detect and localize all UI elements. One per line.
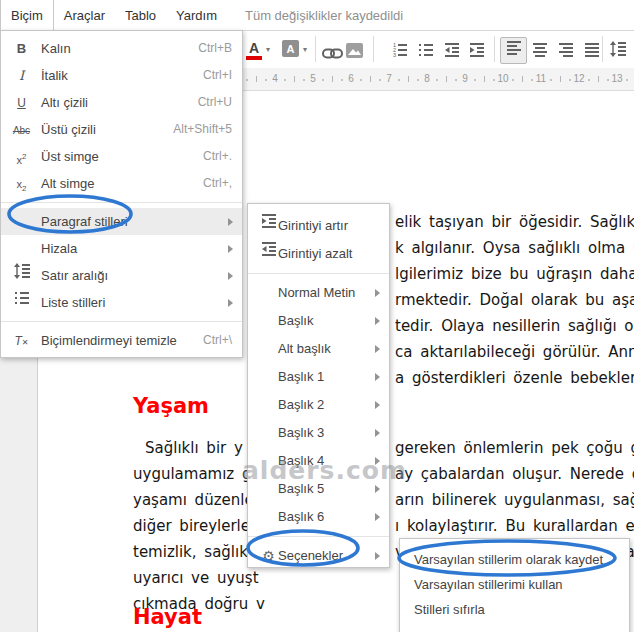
menu-item-label: Varsayılan stillerimi kullan [414,572,563,597]
document-text-line: tedir. Olaya nesillerin sağlığı olarak [395,317,634,336]
menu-item-girintiyi-artir[interactable]: Girintiyi artır [248,212,389,240]
menu-separator [248,536,389,537]
align-right-button[interactable] [558,42,574,63]
menu-item-stilleri-sifirla[interactable]: Stilleri sıfırla [400,597,629,622]
align-left-button[interactable] [500,37,527,64]
ruler-tick [294,76,295,82]
text-color-button[interactable]: A [246,39,262,60]
menu-item-hizala[interactable]: Hizala [1,235,242,262]
menu-item-ust-simge[interactable]: x2Üst simgeCtrl+. [1,143,242,170]
menu-item-liste-stilleri[interactable]: Liste stilleri [1,289,242,316]
menu-item-baslik-1[interactable]: Başlık 1 [248,363,389,391]
menu-item-label: Hizala [41,235,77,262]
ruler-number: 7 [386,73,392,84]
clear-format-icon: T✕ [8,327,35,356]
justify-button[interactable] [584,42,600,63]
menu-item-italik[interactable]: IİtalikCtrl+I [1,62,242,89]
ruler-dot [341,79,343,81]
menubar-item-tablo[interactable]: Tablo [115,0,166,30]
indent-increase-button-icon [469,45,485,62]
menu-shortcut: Ctrl+. [203,143,232,170]
menu-item-varsayilan-kaydet[interactable]: Varsayılan stillerim olarak kaydet [400,547,629,572]
ruler-dot [550,79,552,81]
ruler-dot [417,79,419,81]
ruler-dot [455,79,457,81]
watermark: alders.com [242,456,407,485]
toolbar-separator [602,36,603,62]
italic-icon: I [8,62,35,89]
menu-item-alt-baslik[interactable]: Alt başlık [248,335,389,363]
document-heading-hayat: Hayat [133,605,202,629]
align-center-button[interactable] [532,42,548,63]
menu-item-bicimlendirmeyi-temizle[interactable]: T✕Biçimlendirmeyi temizleCtrl+\ [1,327,242,354]
submenu-arrow-icon [375,485,380,493]
bulleted-list-button-icon [418,45,434,62]
menu-item-paragraf-stilleri[interactable]: Paragraf stilleri [1,208,242,235]
line-spacing-icon [8,262,35,289]
ruler-tick [446,76,447,82]
indent-decrease-button[interactable] [444,42,460,63]
menu-item-baslik-3[interactable]: Başlık 3 [248,419,389,447]
ruler-dot [512,79,514,81]
document-text-line: k algılanır. Oysa sağlıklı olma uğrund [395,239,634,258]
ruler-dot [436,79,438,81]
save-status-text: Tüm değişiklikler kaydedildi [245,8,403,23]
menu-item-secenekler[interactable]: ⚙Seçenekler [248,542,389,570]
menu-shortcut: Ctrl+I [203,62,232,89]
submenu-arrow-icon [228,245,233,253]
align-left-icon [506,40,522,61]
ruler-dot [588,79,590,81]
menu-item-ustu-cizili[interactable]: AbcÜstü çiziliAlt+Shift+5 [1,116,242,143]
document-text-line: uyarıcı ve uyuşt [133,569,259,588]
menu-separator [1,202,242,203]
menu-shortcut: Ctrl+U [198,89,232,116]
ruler-number: 13 [611,73,622,84]
menubar-item-araclar[interactable]: Araçlar [54,0,115,30]
strikethrough-icon: Abc [8,116,35,144]
image-button[interactable] [346,43,363,62]
list-styles-icon [8,289,35,316]
menu-item-label: Üst simge [41,143,99,170]
menu-item-label: Liste stilleri [41,289,105,316]
numbered-list-button[interactable]: 123 [392,42,408,63]
bulleted-list-button[interactable] [418,42,434,63]
menu-item-baslik-2[interactable]: Başlık 2 [248,391,389,419]
menu-item-kalin[interactable]: BKalınCtrl+B [1,35,242,62]
link-button[interactable] [322,45,343,63]
menu-item-girintiyi-azalt[interactable]: Girintiyi azalt [248,240,389,268]
menu-item-normal-metin[interactable]: Normal Metin [248,279,389,307]
ruler-dot [265,79,267,81]
menu-item-label: İtalik [41,62,68,89]
menubar-item-yardim[interactable]: Yardım [166,0,227,30]
ruler-dot [398,79,400,81]
menu-item-alt-simge[interactable]: x2Alt simgeCtrl+, [1,170,242,197]
document-text-line: ı kolaylaştırır. Bu kurallardan er [395,517,634,536]
ruler-dot [284,79,286,81]
document-text-line: ay çabalardan oluşur. Nerede olu [395,465,634,484]
menu-item-label: Biçimlendirmeyi temizle [41,327,177,354]
menu-shortcut: Alt+Shift+5 [173,116,232,143]
bold-icon: B [8,35,35,62]
menu-item-label: Alt başlık [278,335,331,363]
highlight-color-button[interactable]: A [282,40,299,57]
highlight-color-dropdown-caret[interactable]: ▾ [303,45,307,54]
submenu-arrow-icon [375,429,380,437]
menu-item-baslik[interactable]: Başlık [248,307,389,335]
text-color-dropdown-caret[interactable]: ▾ [266,45,270,54]
svg-text:3: 3 [393,52,396,58]
menu-item-varsayilan-kullan[interactable]: Varsayılan stillerimi kullan [400,572,629,597]
ruler-number: 6 [348,73,354,84]
document-text-line: Sağlıklı bir y [145,439,243,458]
menu-item-baslik-6[interactable]: Başlık 6 [248,503,389,531]
menubar-item-bicim[interactable]: Biçim [0,0,54,31]
menu-item-label: Girintiyi artır [278,212,348,240]
document-text-line: lgilerimiz bize bu uğraşın daha doğ [395,265,634,284]
menu-item-satir-araligi[interactable]: Satır aralığı [1,262,242,289]
menu-item-alti-cizili[interactable]: UAltı çiziliCtrl+U [1,89,242,116]
ruler-dot [360,79,362,81]
ruler-dot [569,79,571,81]
line-spacing-button[interactable] [610,41,626,62]
menu-item-label: Satır aralığı [41,262,108,289]
document-text-line: ca aktarılabileceği görülür. Anne ve [395,343,634,362]
indent-increase-button[interactable] [469,42,485,63]
